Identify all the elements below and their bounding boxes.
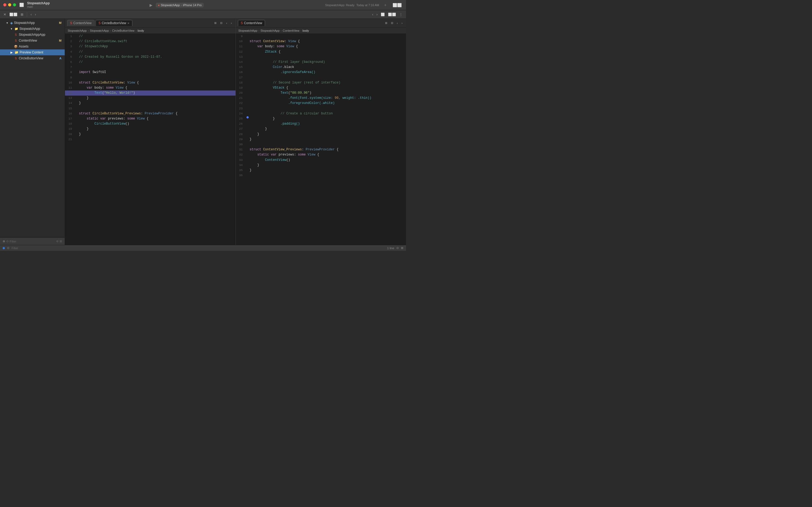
asset-icon: 📦: [14, 45, 18, 48]
line-content: var body: some View {: [79, 86, 235, 91]
close-editor-btn[interactable]: ✕: [2, 12, 7, 17]
grid-view-btn[interactable]: ⊞: [19, 12, 25, 17]
sidebar-item-assets[interactable]: 📦 Assets: [0, 44, 65, 49]
toolbar-nav: ‹ ›: [29, 12, 37, 17]
sidebar-label-contentview: ContentView: [19, 39, 37, 43]
code-line-6: 6//: [65, 60, 235, 65]
grid-view-left-btn[interactable]: ⊟: [219, 21, 224, 25]
bc-stopwatchapp-2[interactable]: StopwatchApp: [90, 29, 109, 32]
layout-options-btn[interactable]: ⬜⬜: [8, 12, 19, 17]
sidebar-item-stopwatchapp-group[interactable]: ▾ 📁 StopwatchApp: [0, 26, 65, 32]
tab-circlebuttonview[interactable]: S CircleButtonView ✕: [96, 20, 132, 26]
code-line-16: 16 .ignoresSafeArea(): [236, 70, 406, 75]
sidebar-toggle-icon[interactable]: ⬜: [19, 3, 24, 7]
tab-label-circlebuttonview: CircleButtonView: [102, 21, 126, 25]
titlebar-left: ⬜ StopwatchApp main: [3, 1, 57, 8]
nav-left-btn[interactable]: ‹: [225, 21, 229, 25]
right-code-area[interactable]: 9 10struct ContentView: View {11 var bod…: [236, 34, 406, 245]
code-line-19: 19 VStack {: [236, 86, 406, 91]
code-line-17: 17: [236, 75, 406, 80]
back-btn[interactable]: ‹: [29, 12, 33, 17]
nav-left-right-btn[interactable]: ‹: [396, 21, 399, 25]
code-line-18: 18 // Second layer (rest of interface): [236, 80, 406, 86]
grid-view-right-btn[interactable]: ⊟: [390, 21, 395, 25]
bc-contentview[interactable]: ContentView: [283, 29, 299, 32]
device-selector[interactable]: ● StopwatchApp › iPhone 14 Pro: [156, 3, 204, 7]
maximize-button[interactable]: [13, 3, 16, 6]
left-code-area[interactable]: 1//2// CircleButtonView.swift3// Stopwat…: [65, 34, 235, 245]
bc-body-left[interactable]: body: [137, 29, 144, 32]
tab-contentview-right[interactable]: S ContentView: [238, 20, 265, 26]
close-button[interactable]: [3, 3, 6, 6]
forward-btn[interactable]: ›: [34, 12, 37, 17]
line-number: 25: [236, 116, 245, 121]
nav-right-btn[interactable]: ›: [230, 21, 233, 25]
folder-icon-2: 📁: [14, 51, 18, 54]
split-view-btn[interactable]: ⬜⬜: [387, 12, 397, 17]
line-number: 30: [236, 142, 245, 147]
code-line-13: 13 }: [65, 96, 235, 101]
line-number: 17: [65, 116, 75, 121]
split-add-btn[interactable]: ⊞: [213, 21, 218, 25]
minimize-button[interactable]: [8, 3, 11, 6]
filter-label-status: Filter: [11, 246, 18, 250]
sidebar-item-stopwatchapp-root[interactable]: ▾ ◈ StopwatchApp M: [0, 20, 65, 26]
swift-icon-3: S: [14, 57, 18, 60]
sidebar-item-contentview[interactable]: S ContentView M: [0, 38, 65, 44]
tab-close-left[interactable]: ✕: [127, 22, 129, 25]
tab-label-contentview-left: ContentView: [73, 21, 92, 25]
bc-circlebuttonview[interactable]: CircleButtonView: [112, 29, 134, 32]
sidebar-label-stopwatchapp-root: StopwatchApp: [14, 21, 35, 25]
sidebar-label-stopwatchapp-group: StopwatchApp: [19, 27, 40, 31]
line-content: // First layer (background): [250, 60, 406, 65]
tab-contentview-left[interactable]: S ContentView: [67, 20, 95, 26]
line-content: //: [79, 49, 235, 55]
forward-btn-2[interactable]: ›: [375, 12, 379, 17]
bc-stopwatchapp-1[interactable]: StopwatchApp: [68, 29, 87, 32]
sort-icon[interactable]: ⊚: [56, 239, 59, 243]
app-name-badge: ●: [158, 3, 160, 7]
code-line-14: 14}: [65, 101, 235, 106]
line-content: }: [79, 101, 235, 106]
expand-icon[interactable]: ⊞: [401, 246, 403, 250]
sidebar-content: ▾ ◈ StopwatchApp M ▾ 📁 StopwatchApp S St…: [0, 19, 65, 237]
add-tab-button[interactable]: ＋: [383, 2, 388, 8]
code-line-20: 20 Text("00:09.96"): [236, 91, 406, 96]
code-line-11: 11 var body: some View {: [65, 86, 235, 91]
line-content: // Create a circular button: [250, 111, 406, 116]
sidebar-item-circlebuttonview[interactable]: S CircleButtonView A: [0, 55, 65, 61]
bc-body-right[interactable]: body: [303, 29, 309, 32]
code-line-16: 16struct CircleButtonView_Previews: Prev…: [65, 111, 235, 116]
bc-stopwatchapp-4[interactable]: StopwatchApp: [260, 29, 280, 32]
code-line-13: 13: [236, 55, 406, 60]
project-icon: ◈: [10, 21, 13, 25]
app-branch: main: [27, 5, 50, 9]
back-btn-2[interactable]: ‹: [371, 12, 374, 17]
sidebar-label-stopwatchappapp: StopwatchAppApp: [19, 33, 45, 37]
inspector-btn[interactable]: ⋮: [398, 12, 404, 17]
settings-icon[interactable]: ⊙: [396, 246, 399, 250]
code-line-30: 30: [236, 142, 406, 147]
swift-tab-icon-1: S: [70, 21, 72, 25]
chevron-down-icon: ▾: [5, 21, 9, 25]
run-button[interactable]: ▶: [149, 2, 154, 8]
bc-stopwatchapp-3[interactable]: StopwatchApp: [238, 29, 257, 32]
sidebar-item-preview-content[interactable]: ▶ 📁 Preview Content: [0, 49, 65, 55]
code-line-17: 17 static var previews: some View {: [65, 116, 235, 121]
swift-tab-icon-3: S: [241, 21, 243, 25]
sidebar-label-circlebuttonview: CircleButtonView: [19, 56, 43, 60]
panel-toggle-btn[interactable]: ⬜: [380, 12, 386, 17]
status-bar-right: 1 line ⊙ ⊞: [387, 246, 403, 250]
line-number: 14: [236, 60, 245, 65]
left-editor-pane: S ContentView S CircleButtonView ✕ ⊞ ⊟ ‹: [65, 19, 236, 245]
layout-button[interactable]: ⬜⬜: [392, 2, 403, 8]
code-line-26: 26 .padding(): [236, 121, 406, 126]
split-add-btn-right[interactable]: ⊞: [384, 21, 389, 25]
nav-right-right-btn[interactable]: ›: [400, 21, 404, 25]
toolbar-left: ✕ ⬜⬜ ⊞: [2, 12, 25, 17]
plus-icon[interactable]: ⊕: [3, 239, 5, 243]
line-number: 14: [65, 101, 75, 106]
sidebar-item-stopwatchappapp[interactable]: S StopwatchAppApp: [0, 32, 65, 38]
toolbar: ✕ ⬜⬜ ⊞ ‹ › ‹ › ⬜ ⬜⬜ ⋮: [0, 10, 406, 19]
grid-icon[interactable]: ⊞: [60, 239, 62, 243]
